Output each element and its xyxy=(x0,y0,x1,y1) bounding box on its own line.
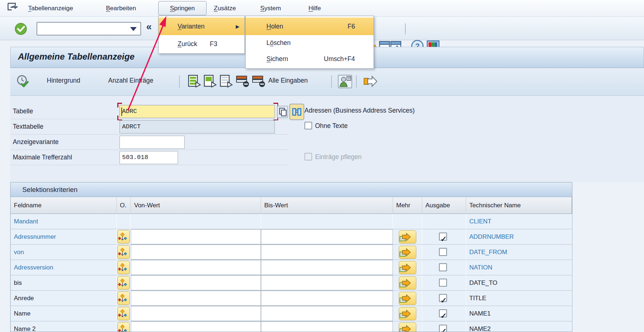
header-technischer-name: Technischer Name xyxy=(466,197,572,214)
apptoolbar-divider xyxy=(331,75,332,88)
texttabelle-label: Texttabelle xyxy=(13,123,43,131)
anzeigevariante-row: Anzeigevariante xyxy=(10,135,288,150)
multiple-selection-button[interactable] xyxy=(399,307,416,320)
clear-selections-icon[interactable] xyxy=(252,75,266,88)
bis-wert-field[interactable] xyxy=(261,245,393,260)
ausgabe-checkbox[interactable] xyxy=(439,263,447,271)
springen-dropdown-menu: Varianten ▶ Zurück F3 xyxy=(158,16,245,54)
von-wert-field[interactable] xyxy=(131,275,261,290)
bis-wert-field[interactable] xyxy=(261,291,393,306)
ausgabe-checkbox[interactable] xyxy=(439,325,447,332)
user-settings-icon[interactable] xyxy=(338,75,352,88)
menu-item-zurueck[interactable]: Zurück F3 xyxy=(159,35,245,52)
collapse-toolbar-icon[interactable]: « xyxy=(146,21,152,33)
command-field[interactable] xyxy=(37,22,141,35)
bis-wert-field[interactable] xyxy=(261,229,393,244)
selection-options-button[interactable] xyxy=(117,322,130,332)
selection-options-button[interactable] xyxy=(117,245,130,259)
alle-eingaben-button[interactable]: Alle Eingaben xyxy=(268,77,308,84)
feldname-text: Anrede xyxy=(14,295,34,302)
select-block-icon[interactable] xyxy=(204,75,217,88)
menu-hilfe[interactable]: Hilfe xyxy=(308,3,321,14)
menu-springen[interactable]: Springen xyxy=(158,1,207,15)
bis-wert-field[interactable] xyxy=(261,306,393,321)
execute-timer-icon[interactable] xyxy=(16,75,30,88)
menu-system[interactable]: System xyxy=(260,3,281,14)
bis-wert-field[interactable] xyxy=(261,275,393,290)
menu-item-sichern[interactable]: Sichern Umsch+F4 xyxy=(246,50,374,67)
select-rows-icon[interactable] xyxy=(220,75,234,88)
table-row: von DATE_FROM xyxy=(11,245,572,260)
selection-options-button[interactable] xyxy=(117,261,130,274)
multiple-selection-button[interactable] xyxy=(399,276,416,290)
table-row: Name 2 NAME2 xyxy=(11,321,572,332)
ohne-texte-checkbox[interactable] xyxy=(304,122,312,129)
ausgabe-checkbox[interactable] xyxy=(439,279,447,287)
table-row: Adressversion NATION xyxy=(11,260,572,275)
bis-wert-field[interactable] xyxy=(261,260,393,275)
menu-item-holen[interactable]: Holen F6 xyxy=(246,18,374,35)
multiple-selection-button[interactable] xyxy=(399,261,416,274)
multiple-selection-button[interactable] xyxy=(399,246,416,259)
von-wert-field[interactable] xyxy=(131,306,261,321)
selection-options-button[interactable] xyxy=(117,230,130,244)
varianten-submenu: Holen F6 Löschen Sichern Umsch+F4 xyxy=(245,16,374,69)
system-menu-icon[interactable] xyxy=(7,2,18,13)
ausgabe-checkbox[interactable] xyxy=(439,233,447,241)
tabelle-label: Tabelle xyxy=(13,107,33,115)
von-wert-field[interactable] xyxy=(131,229,261,244)
von-wert-field[interactable] xyxy=(131,321,261,332)
bis-wert-field[interactable] xyxy=(261,321,393,332)
header-von-wert: Von-Wert xyxy=(131,197,261,214)
selection-form: Tabelle ADRC xyxy=(10,96,644,182)
eintraege-pflegen-label: Einträge pflegen xyxy=(315,153,361,161)
shortcut-text: Umsch+F4 xyxy=(324,55,355,63)
ausgabe-checkbox[interactable] xyxy=(439,294,447,302)
menu-tabellenanzeige[interactable]: Tabellenanzeige xyxy=(28,3,73,14)
anzahl-eintraege-button[interactable]: Anzahl Einträge xyxy=(108,77,154,84)
anzeigevariante-input[interactable] xyxy=(120,136,185,149)
hintergrund-button[interactable]: Hintergrund xyxy=(47,77,80,84)
selection-options-button[interactable] xyxy=(117,276,130,290)
enter-ok-icon[interactable] xyxy=(15,23,27,35)
technischer-name-text: DATE_FROM xyxy=(469,249,507,256)
table-description: Adressen (Business Address Services) xyxy=(304,107,415,114)
table-row: Adressnummer ADDRNUMBER xyxy=(11,229,572,245)
multiple-selection-button[interactable] xyxy=(399,322,416,332)
von-wert-field[interactable] xyxy=(131,245,261,260)
apptoolbar-divider xyxy=(179,75,180,88)
feldname-text: Name 2 xyxy=(14,325,36,332)
ausgabe-checkbox[interactable] xyxy=(439,309,447,317)
menu-bar: Tabellenanzeige Bearbeiten Springen Zusä… xyxy=(0,0,644,17)
forward-transfer-icon[interactable] xyxy=(363,75,378,88)
shortcut-text: F3 xyxy=(210,40,217,48)
binoculars-search-icon[interactable] xyxy=(289,103,304,120)
technischer-name-text: NAME1 xyxy=(469,310,491,317)
technischer-name-text: NAME2 xyxy=(469,325,491,332)
select-all-rows-icon[interactable] xyxy=(188,75,202,88)
copy-icon[interactable] xyxy=(277,105,288,118)
feldname-text: Mandant xyxy=(14,218,38,225)
bis-wert-field[interactable] xyxy=(261,214,393,229)
menu-item-varianten[interactable]: Varianten ▶ xyxy=(159,18,245,35)
von-wert-field[interactable] xyxy=(131,291,261,306)
texttabelle-row: Texttabelle ADRCT xyxy=(10,120,288,135)
technischer-name-text: NATION xyxy=(469,264,492,271)
von-wert-field[interactable] xyxy=(131,260,261,275)
menu-bearbeiten[interactable]: Bearbeiten xyxy=(106,3,136,14)
ausgabe-checkbox[interactable] xyxy=(439,248,447,256)
selection-options-button[interactable] xyxy=(117,291,130,305)
multiple-selection-button[interactable] xyxy=(399,230,416,244)
trefferzahl-input[interactable]: 503.018 xyxy=(120,151,178,164)
technischer-name-text: TITLE xyxy=(469,295,486,302)
ohne-texte-label: Ohne Texte xyxy=(315,122,348,129)
selection-options-button[interactable] xyxy=(117,307,130,320)
menu-zusaetze[interactable]: Zusätze xyxy=(214,3,236,14)
page-title: Allgemeine Tabellenanzeige xyxy=(18,52,135,62)
menu-item-loeschen[interactable]: Löschen xyxy=(246,35,374,50)
command-dropdown-icon[interactable] xyxy=(130,27,137,31)
multiple-selection-button[interactable] xyxy=(399,292,416,305)
tabelle-input[interactable]: ADRC xyxy=(120,105,275,118)
von-wert-field[interactable] xyxy=(131,214,261,229)
deselect-all-icon[interactable] xyxy=(236,75,250,88)
